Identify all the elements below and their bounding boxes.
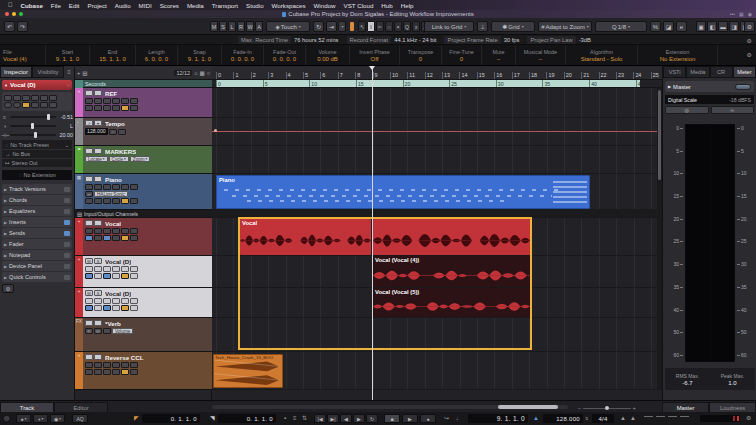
track-control-button[interactable]: [112, 198, 120, 204]
track-name[interactable]: Vocal (D): [105, 258, 131, 265]
track-color-strip[interactable]: +: [75, 288, 83, 317]
track-control-button[interactable]: [103, 98, 111, 104]
reverse-crash-audio-clip[interactable]: Tech_House_Crash_15_BOO: [213, 354, 283, 388]
routing-icon[interactable]: ⇄: [85, 191, 93, 197]
input-routing-selector[interactable]: →No Bus: [2, 150, 72, 158]
automation-state-button[interactable]: L: [228, 21, 236, 32]
add-track-icon[interactable]: +: [77, 70, 80, 76]
tempo-stepper-icon[interactable]: ⇅: [585, 414, 588, 423]
external-sync-icon[interactable]: ▲: [630, 414, 636, 423]
track-markers[interactable]: ⚑ MARKERS Locate▾Cycle▾Zoom▾: [75, 146, 212, 174]
track-name[interactable]: Vocal (D): [105, 290, 131, 297]
track-control-button[interactable]: [121, 184, 129, 190]
track-control-button[interactable]: [85, 298, 93, 304]
left-locator-value[interactable]: 0. 1. 1. 0: [142, 414, 200, 423]
musical-mode-icon[interactable]: ♪: [22, 102, 30, 108]
track-name[interactable]: MARKERS: [105, 148, 136, 155]
grid-zoom-dropdown[interactable]: #Adapt to Zoom▾: [538, 21, 592, 32]
track-control-button[interactable]: [130, 105, 138, 111]
track-control-button[interactable]: [130, 98, 138, 104]
track-control-button[interactable]: [112, 184, 120, 190]
track-tempo[interactable]: ♩ ↗▾Tempo 128.000↕: [75, 118, 212, 146]
solo-button[interactable]: [94, 90, 102, 96]
auto-quantize-button[interactable]: AQ: [72, 414, 88, 423]
solo-button[interactable]: S: [94, 290, 102, 296]
info-line-field[interactable]: Musical Mode –: [516, 45, 566, 65]
track-control-button[interactable]: [112, 273, 120, 279]
track-control-button[interactable]: [85, 266, 93, 272]
lower-zone-icon[interactable]: ▬: [718, 21, 728, 32]
write-button[interactable]: W: [94, 328, 102, 334]
playhead[interactable]: [372, 66, 373, 400]
menu-item[interactable]: Transport: [208, 2, 242, 9]
tool-button[interactable]: I: [367, 21, 375, 32]
track-control-button[interactable]: [103, 228, 111, 234]
zoom-in-icon[interactable]: +: [633, 405, 636, 411]
status-line-gear-icon[interactable]: ⚙: [747, 37, 752, 44]
snap-icon[interactable]: ⊥: [477, 21, 488, 32]
freeze-button[interactable]: [49, 102, 57, 108]
link-to-grid-dropdown[interactable]: Link to Grid▾: [424, 21, 474, 32]
find-track-icon[interactable]: ○: [207, 70, 210, 76]
track-control-button[interactable]: [130, 305, 138, 311]
apple-menu-icon[interactable]: : [4, 2, 17, 8]
info-line-field[interactable]: Invert Phase Off: [350, 45, 400, 65]
insert-state-button[interactable]: [85, 273, 93, 279]
tab-visibility[interactable]: Visibility: [32, 66, 64, 78]
rewind-button[interactable]: ◀: [340, 414, 352, 423]
left-zone-icon[interactable]: ◧: [707, 21, 717, 32]
track-color-strip[interactable]: +: [75, 352, 83, 389]
suspend-automation-icon[interactable]: ↻: [313, 21, 324, 32]
note-icon[interactable]: ♩: [456, 414, 462, 423]
solo-button[interactable]: [94, 354, 102, 360]
track-color-strip[interactable]: +: [75, 88, 83, 117]
track-control-button[interactable]: [85, 369, 93, 375]
tempo-curve[interactable]: [212, 131, 662, 132]
automation-state-button[interactable]: A: [255, 21, 263, 32]
menu-item[interactable]: Workspaces: [268, 2, 310, 9]
record-enable-button[interactable]: [4, 102, 12, 108]
track-control-button[interactable]: [85, 362, 93, 368]
mute-button[interactable]: [85, 176, 93, 182]
info-line-field[interactable]: Mute –: [482, 45, 516, 65]
menu-item[interactable]: Help: [397, 2, 418, 9]
menu-item[interactable]: Edit: [65, 2, 84, 9]
menu-item[interactable]: Media: [183, 2, 208, 9]
menu-item[interactable]: Audio: [111, 2, 135, 9]
track-control-button[interactable]: [103, 298, 111, 304]
track-control-button[interactable]: [103, 198, 111, 204]
tab-vsti[interactable]: VSTi: [663, 66, 686, 78]
tempo-display[interactable]: 128.000: [543, 414, 583, 423]
read-button[interactable]: [22, 95, 30, 101]
track-control-button[interactable]: [85, 228, 93, 234]
tool-button[interactable]: Q: [403, 21, 411, 32]
transport-setup-gear-icon[interactable]: ⚙: [746, 414, 751, 423]
pan-value[interactable]: L: [58, 123, 73, 129]
internal-sync-icon[interactable]: ▲: [620, 414, 626, 423]
track-lanes[interactable]: Piano Vocal: [212, 88, 662, 390]
lanes-button[interactable]: [40, 102, 48, 108]
track-control-button[interactable]: [103, 369, 111, 375]
tempo-options-button[interactable]: ▾: [94, 120, 102, 126]
marker-function-button[interactable]: Cycle▾: [109, 156, 129, 162]
track-color-strip[interactable]: ⚑: [75, 146, 83, 173]
play-button[interactable]: ▶: [402, 414, 418, 423]
inspector-section[interactable]: ▶ Chords: [2, 195, 72, 205]
track-control-button[interactable]: [103, 105, 111, 111]
eq-state-button[interactable]: [103, 235, 111, 241]
scrollbar-thumb[interactable]: [498, 405, 558, 409]
inspector-setup-gear-icon[interactable]: ⚙: [2, 284, 14, 293]
scrollbar-thumb[interactable]: [658, 90, 661, 180]
iterative-quantize-icon[interactable]: ◪: [663, 21, 674, 32]
track-control-button[interactable]: [94, 298, 102, 304]
time-position-display[interactable]: 9. 1. 1. 0: [468, 414, 528, 423]
volume-value[interactable]: -0.51: [58, 114, 73, 120]
punch-dropdown-icon[interactable]: ▾: [338, 21, 346, 32]
punch-in-marker[interactable]: [350, 22, 354, 31]
right-locator-value[interactable]: 0. 1. 1. 0: [218, 414, 276, 423]
track-control-button[interactable]: [130, 184, 138, 190]
track-control-button[interactable]: [94, 266, 102, 272]
piano-midi-clip[interactable]: Piano: [216, 175, 590, 209]
track-name[interactable]: Reverse CCL: [105, 354, 144, 361]
track-control-button[interactable]: [94, 198, 102, 204]
